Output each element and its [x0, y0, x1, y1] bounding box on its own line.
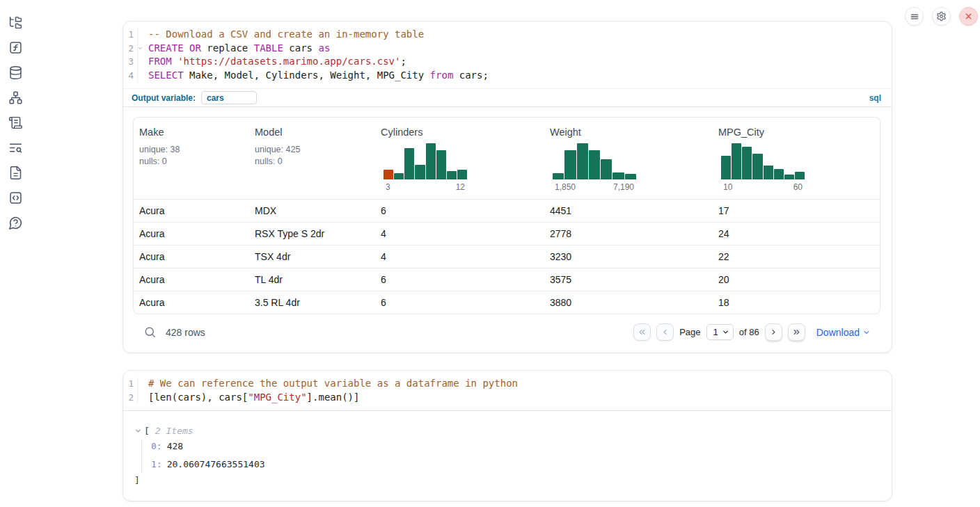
histogram-bar[interactable]: [589, 150, 600, 179]
data-table: Make unique: 38 nulls: 0 Model unique: 4…: [133, 117, 880, 314]
python-code-editor[interactable]: 1 2 # We can reference the output variab…: [123, 371, 892, 411]
histogram-bar[interactable]: [625, 174, 636, 179]
search-icon: [143, 325, 157, 339]
column-stat: unique: 38: [139, 144, 244, 156]
sidebar-item-functions[interactable]: [8, 40, 23, 55]
histogram-bar[interactable]: [784, 175, 794, 179]
histogram-min-label: 1,850: [555, 182, 576, 192]
table-row[interactable]: Acura 3.5 RL 4dr 6 3880 18: [134, 291, 880, 314]
sidebar: [0, 0, 31, 507]
histogram-bar[interactable]: [564, 150, 576, 179]
python-cell-output: [ 2 Items 0:428 1:20.060747663551403 ]: [123, 411, 892, 501]
histogram-bar[interactable]: [732, 143, 741, 179]
table-footer: 428 rows Page 1 of 86: [133, 314, 880, 353]
weight-histogram: [553, 143, 636, 179]
histogram-bar[interactable]: [447, 171, 457, 179]
histogram-bar[interactable]: [721, 156, 731, 179]
line-number: 4: [128, 70, 134, 81]
language-badge[interactable]: sql: [869, 93, 883, 103]
previous-page-button[interactable]: [656, 323, 674, 341]
chevron-down-icon: [722, 328, 729, 336]
sidebar-item-documentation[interactable]: [8, 165, 23, 180]
close-bracket: ]: [134, 475, 880, 485]
first-page-button[interactable]: [633, 323, 651, 341]
python-comment: # We can reference the output variable a…: [148, 378, 518, 389]
database-icon: [8, 65, 23, 80]
log-search-icon: [8, 140, 23, 155]
last-page-button[interactable]: [788, 323, 805, 341]
column-header-make[interactable]: Make unique: 38 nulls: 0: [134, 118, 249, 199]
histogram-bar[interactable]: [457, 170, 467, 179]
menu-button[interactable]: [905, 7, 924, 26]
histogram-bar[interactable]: [404, 148, 414, 179]
items-count-label: 2 Items: [155, 426, 193, 436]
column-stat: nulls: 0: [255, 156, 370, 168]
download-button[interactable]: Download: [816, 327, 871, 338]
item-index: 0:: [151, 441, 162, 451]
table-row[interactable]: Acura TSX 4dr 4 3230 22: [134, 245, 880, 268]
histogram-bar[interactable]: [752, 154, 762, 179]
histogram-max-label: 12: [456, 182, 465, 192]
histogram-bar[interactable]: [577, 143, 588, 179]
row-count: 428 rows: [166, 327, 205, 338]
sidebar-item-scratchpad[interactable]: [8, 115, 23, 130]
sidebar-item-logs[interactable]: [8, 140, 23, 155]
list-item: 1:20.060747663551403: [151, 457, 880, 472]
histogram-bar[interactable]: [795, 172, 805, 179]
column-header-model[interactable]: Model unique: 425 nulls: 0: [249, 118, 375, 199]
fold-chevron-icon[interactable]: [137, 45, 143, 51]
histogram-min-label: 3: [386, 182, 390, 192]
sidebar-item-datasources[interactable]: [8, 65, 23, 80]
sql-code: -- Download a CSV and create an in-memor…: [138, 28, 489, 82]
column-header-mpg-city[interactable]: MPG_City 10 60: [713, 118, 880, 199]
table-row[interactable]: Acura TL 4dr 6 3575 20: [134, 268, 880, 291]
code-square-icon: [8, 191, 23, 205]
line-number: 1: [128, 378, 134, 389]
sidebar-item-snippets[interactable]: [8, 190, 23, 205]
close-icon: [964, 12, 973, 21]
table-search-button[interactable]: [143, 325, 157, 339]
histogram-bar[interactable]: [394, 173, 404, 179]
table-row[interactable]: Acura RSX Type S 2dr 4 2778 24: [134, 222, 880, 245]
python-cell: 1 2 # We can reference the output variab…: [122, 370, 892, 501]
histogram-bar[interactable]: [601, 159, 612, 179]
next-page-button[interactable]: [765, 323, 782, 341]
list-item: 0:428: [151, 439, 880, 454]
page-select[interactable]: 1: [706, 324, 734, 340]
line-number: 3: [128, 56, 134, 67]
histogram-bar[interactable]: [612, 172, 624, 179]
document-icon: [8, 166, 23, 180]
column-stat: unique: 425: [255, 144, 370, 156]
chevron-right-icon: [769, 328, 778, 337]
histogram-bar[interactable]: [553, 173, 564, 179]
collapse-chevron-icon[interactable]: [134, 427, 142, 435]
output-variable-label: Output variable:: [132, 93, 196, 103]
close-button[interactable]: [959, 7, 978, 26]
item-index: 1:: [151, 459, 162, 469]
column-header-cylinders[interactable]: Cylinders 3 12: [375, 118, 544, 199]
histogram-bar[interactable]: [742, 147, 752, 179]
function-icon: [8, 40, 23, 55]
column-header-weight[interactable]: Weight 1,850 7,190: [544, 118, 713, 199]
sql-cell-output: Make unique: 38 nulls: 0 Model unique: 4…: [123, 107, 892, 353]
page-total-label: of 86: [739, 327, 759, 337]
histogram-bar[interactable]: [415, 165, 425, 179]
pagination: Page 1 of 86 Download: [633, 323, 880, 341]
table-row[interactable]: Acura MDX 6 4451 17: [134, 199, 880, 222]
histogram-bar[interactable]: [384, 170, 393, 179]
sql-code-editor[interactable]: 1 2 3 4 -- Download a CSV and create an …: [123, 22, 892, 88]
histogram-bar[interactable]: [426, 143, 436, 179]
histogram-bar[interactable]: [436, 150, 446, 179]
output-variable-bar: Output variable: sql: [123, 88, 892, 107]
sidebar-item-help[interactable]: [8, 215, 23, 230]
sidebar-item-dependencies[interactable]: [8, 90, 23, 105]
sidebar-item-file-explorer[interactable]: [8, 15, 23, 30]
histogram-bar[interactable]: [774, 169, 784, 179]
histogram-max-label: 60: [793, 182, 803, 192]
histogram-bar[interactable]: [764, 166, 773, 179]
settings-button[interactable]: [932, 7, 951, 26]
output-variable-input[interactable]: [201, 91, 257, 104]
line-number-gutter: 1 2 3 4: [123, 28, 138, 82]
chevrons-right-icon: [792, 328, 801, 337]
cylinders-histogram: [384, 143, 467, 179]
